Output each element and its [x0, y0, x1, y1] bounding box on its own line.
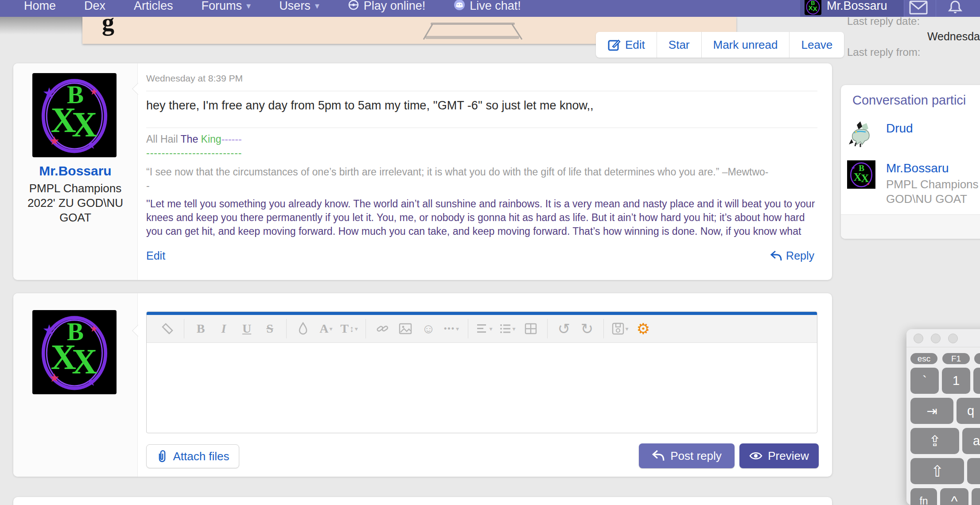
banner-bench-sketch — [419, 19, 525, 42]
svg-text:★: ★ — [851, 165, 855, 170]
attach-files-button[interactable]: Attach files — [146, 444, 239, 468]
signature-text-the: The — [181, 133, 201, 145]
svg-text:★: ★ — [867, 182, 870, 186]
nav-separator — [936, 0, 936, 17]
window-zoom-button[interactable] — [948, 334, 958, 343]
preview-button[interactable]: Preview — [739, 443, 819, 468]
chevron-down-icon: ▾ — [489, 325, 492, 332]
signature-line1: All Hail The King------ — [146, 132, 817, 146]
edit-thread-button[interactable]: Edit — [596, 32, 657, 58]
star-thread-button[interactable]: Star — [657, 32, 702, 58]
nav-item-play-online[interactable]: Play online! — [348, 0, 426, 13]
post-timestamp[interactable]: Wednesday at 8:39 PM — [146, 73, 243, 84]
window-minimize-button[interactable] — [931, 334, 941, 343]
key-z-partial[interactable] — [967, 458, 980, 484]
alerts-button[interactable] — [947, 0, 963, 16]
last-reply-date-label: Last reply date: — [847, 15, 920, 27]
inbox-button[interactable] — [909, 0, 928, 16]
strikethrough-button[interactable]: S — [260, 319, 280, 339]
participants-card-footer — [841, 214, 980, 239]
avatar[interactable]: BXX★★★★ — [32, 73, 117, 157]
italic-button[interactable]: I — [214, 319, 234, 339]
key-option-partial[interactable] — [972, 488, 980, 505]
nav-item-users[interactable]: Users▾ — [279, 0, 319, 13]
nav-item-dex[interactable]: Dex — [84, 0, 105, 13]
chevron-down-icon: ▾ — [246, 0, 251, 13]
participant-avatar-drud[interactable] — [847, 120, 875, 148]
signature-quote-rocky: ''Let me tell you something you already … — [146, 197, 817, 240]
underline-button[interactable]: U — [237, 319, 257, 339]
participant-name-bossaru[interactable]: Mr.Bossaru — [886, 161, 949, 175]
key-q[interactable]: q — [957, 398, 980, 424]
leave-thread-button[interactable]: Leave — [789, 32, 844, 58]
key-f2-partial[interactable] — [974, 353, 980, 364]
chevron-down-icon: ▾ — [330, 325, 333, 332]
svg-text:★: ★ — [89, 323, 98, 334]
bold-button[interactable]: B — [191, 319, 211, 339]
font-size-button[interactable]: T↕▾ — [339, 319, 359, 339]
post-signature: All Hail The King------ ----------------… — [146, 132, 817, 240]
list-button[interactable]: ▾ — [498, 319, 518, 339]
eye-icon — [749, 451, 762, 461]
participants-title: Conversation partici — [852, 93, 966, 108]
avatar[interactable]: BXX★★★★ — [32, 310, 117, 394]
post-reply-button[interactable]: Post reply — [639, 443, 735, 468]
svg-text:X: X — [72, 342, 97, 381]
divider — [146, 91, 817, 91]
signature-text-king: King — [201, 133, 222, 145]
svg-text:X: X — [72, 105, 97, 144]
nav-item-home[interactable]: Home — [24, 0, 56, 13]
post-reply-link[interactable]: Reply — [770, 249, 814, 262]
redo-button[interactable]: ↻ — [577, 319, 597, 339]
key-shift[interactable]: ⇧ — [910, 458, 964, 484]
nav-item-forums[interactable]: Forums▾ — [202, 0, 251, 13]
nav-user-menu[interactable]: BXX Mr.Bossaru — [800, 0, 904, 17]
page: g Home Dex Articles Forums▾ Users▾ Play … — [0, 0, 980, 505]
svg-text:★: ★ — [49, 134, 59, 148]
mark-unread-button[interactable]: Mark unread — [702, 32, 790, 58]
editor-toolbar: B I U S A▾ T↕▾ — [147, 315, 817, 343]
key-1[interactable]: 1 — [942, 368, 970, 394]
key-2-partial[interactable] — [973, 368, 980, 394]
chevron-down-icon: ▾ — [625, 325, 628, 332]
key-backtick[interactable]: ` — [910, 368, 939, 394]
key-f1[interactable]: F1 — [942, 353, 970, 364]
text-align-button[interactable]: ▾ — [474, 319, 495, 339]
emoji-button[interactable]: ☺ — [418, 319, 439, 339]
keyboard-titlebar[interactable] — [906, 329, 980, 347]
insert-table-button[interactable] — [521, 319, 541, 339]
text-color-button[interactable] — [293, 319, 313, 339]
signature-text-gray: All Hail — [146, 133, 181, 145]
insert-image-button[interactable] — [395, 319, 416, 339]
nav-item-live-chat[interactable]: Live chat! — [454, 0, 521, 13]
signature-divider — [146, 128, 817, 128]
more-options-button[interactable]: •••▾ — [441, 319, 462, 339]
insert-link-button[interactable] — [372, 319, 393, 339]
undo-button[interactable]: ↺ — [554, 319, 574, 339]
editor-settings-gear-icon[interactable]: ⚙ — [633, 319, 653, 339]
key-tab[interactable]: ⇥ — [910, 398, 953, 424]
key-capslock[interactable]: ⇪ — [910, 428, 959, 454]
drafts-button[interactable]: ▾ — [610, 319, 630, 339]
font-family-button[interactable]: A▾ — [316, 319, 336, 339]
nav-separator — [904, 0, 904, 17]
editor-focus-bar — [147, 312, 817, 315]
remove-formatting-button[interactable] — [157, 319, 178, 339]
chevron-down-icon: ▾ — [315, 0, 319, 13]
nav-username: Mr.Bossaru — [827, 0, 887, 13]
svg-text:★: ★ — [43, 322, 56, 338]
floppy-disk-icon — [612, 322, 624, 335]
window-close-button[interactable] — [914, 334, 923, 343]
nav-item-articles[interactable]: Articles — [134, 0, 173, 13]
key-fn[interactable]: fn — [910, 488, 937, 505]
next-section-card — [13, 497, 832, 505]
key-control[interactable]: ^ — [940, 488, 968, 505]
keyboard-viewer-window[interactable]: esc F1 ` 1 ⇥ q ⇪ a ⇧ fn ^ — [906, 329, 980, 505]
post-author-name[interactable]: Mr.Bossaru — [13, 163, 137, 179]
participant-avatar-bossaru[interactable]: BXX★★ — [847, 160, 875, 189]
reply-text-input[interactable] — [147, 343, 817, 431]
post-edit-link[interactable]: Edit — [146, 249, 165, 262]
participant-name-drud[interactable]: Drud — [886, 121, 913, 136]
key-a[interactable]: a — [962, 428, 980, 454]
key-esc[interactable]: esc — [910, 353, 937, 364]
